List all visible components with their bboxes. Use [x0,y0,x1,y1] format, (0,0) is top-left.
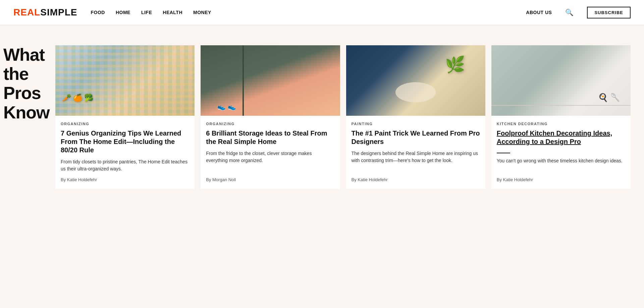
card-category-2: ORGANIZING [206,122,334,126]
card-title-2: 6 Brilliant Storage Ideas to Steal From … [206,129,334,146]
card-author-3: By Katie Holdefehr [352,177,480,182]
nav-link-money[interactable]: MONEY [193,10,211,15]
site-logo[interactable]: REALSIMPLE [13,7,77,18]
nav-item-health[interactable]: HEALTH [163,9,182,15]
nav-item-food[interactable]: FOOD [91,9,105,15]
card-desc-2: From the fridge to the closet, clever st… [206,150,334,172]
hero-text-block: What the Pros Know [0,45,49,122]
nav-link-life[interactable]: LIFE [141,10,152,15]
article-card-4[interactable]: KITCHEN DECORATING Foolproof Kitchen Dec… [491,45,631,189]
cards-grid: ORGANIZING 7 Genius Organizing Tips We L… [49,45,631,189]
card-title-3: The #1 Paint Trick We Learned From Pro D… [352,129,480,146]
nav-list: FOOD HOME LIFE HEALTH MONEY [91,9,211,15]
subscribe-button[interactable]: SUBSCRIBE [587,7,631,18]
card-desc-3: The designers behind the Real Simple Hom… [352,150,480,172]
nav-link-food[interactable]: FOOD [91,10,105,15]
about-us-link[interactable]: ABOUT US [526,10,552,15]
title-divider [497,153,510,153]
card-desc-4: You can't go wrong with these timeless k… [497,157,625,172]
card-category-4: KITCHEN DECORATING [497,122,625,126]
main-content: What the Pros Know ORGANIZING 7 Genius O… [0,25,644,202]
card-body-1: ORGANIZING 7 Genius Organizing Tips We L… [55,116,195,189]
card-category-1: ORGANIZING [61,122,189,126]
header-right: ABOUT US 🔍 SUBSCRIBE [526,7,631,18]
nav-item-life[interactable]: LIFE [141,9,152,15]
card-body-4: KITCHEN DECORATING Foolproof Kitchen Dec… [491,116,631,189]
main-nav: FOOD HOME LIFE HEALTH MONEY [91,9,211,15]
card-author-4: By Katie Holdefehr [497,177,625,182]
search-icon[interactable]: 🔍 [565,8,574,16]
card-author-1: By Katie Holdefehr [61,177,189,182]
article-card-2[interactable]: ORGANIZING 6 Brilliant Storage Ideas to … [201,45,340,189]
hero-heading: What the Pros Know [3,45,49,122]
nav-item-money[interactable]: MONEY [193,9,211,15]
card-body-2: ORGANIZING 6 Brilliant Storage Ideas to … [201,116,340,189]
card-image-kitchen [491,45,631,116]
card-title-4: Foolproof Kitchen Decorating Ideas, Acco… [497,129,625,146]
card-category-3: PAINTING [352,122,480,126]
logo-simple: SIMPLE [40,7,77,17]
card-image-dining [346,45,485,116]
card-author-2: By Morgan Noll [206,177,334,182]
header-left: REALSIMPLE FOOD HOME LIFE HEALTH MONEY [13,7,211,18]
article-card-3[interactable]: PAINTING The #1 Paint Trick We Learned F… [346,45,485,189]
card-body-3: PAINTING The #1 Paint Trick We Learned F… [346,116,485,189]
nav-link-health[interactable]: HEALTH [163,10,182,15]
logo-real: REAL [13,7,40,17]
card-image-fridge [55,45,195,116]
card-image-closet [201,45,340,116]
card-title-1: 7 Genius Organizing Tips We Learned From… [61,129,189,154]
card-desc-1: From tidy closets to pristine pantries, … [61,158,189,172]
nav-item-home[interactable]: HOME [116,9,130,15]
site-header: REALSIMPLE FOOD HOME LIFE HEALTH MONEY A… [0,0,644,25]
nav-link-home[interactable]: HOME [116,10,130,15]
article-card-1[interactable]: ORGANIZING 7 Genius Organizing Tips We L… [55,45,195,189]
